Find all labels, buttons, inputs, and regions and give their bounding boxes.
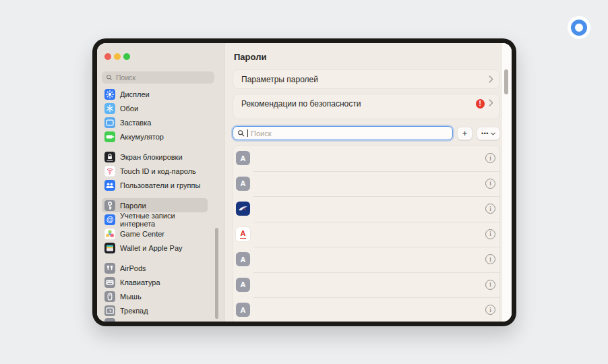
sidebar-item-lock-screen[interactable]: Экран блокировки xyxy=(102,150,208,164)
sidebar-item-passwords[interactable]: Пароли xyxy=(102,198,208,212)
sidebar-item-label: Touch ID и код-пароль xyxy=(120,167,196,175)
at-icon: @ xyxy=(104,214,115,225)
password-options-row[interactable]: Параметры паролей xyxy=(233,69,500,89)
sidebar-item-label: Обои xyxy=(120,104,138,113)
search-icon xyxy=(106,74,113,81)
password-row[interactable]: A i xyxy=(233,146,499,171)
sidebar-group: Дисплеи Обои Заставка Аккумулятор xyxy=(102,87,208,144)
users-icon xyxy=(104,180,115,191)
info-icon[interactable]: i xyxy=(485,179,495,189)
sidebar-item-battery[interactable]: Аккумулятор xyxy=(102,129,208,144)
blue-ring-marker-icon xyxy=(571,20,587,36)
close-button[interactable] xyxy=(104,53,111,60)
main-scrollbar[interactable] xyxy=(504,69,508,94)
zoom-button[interactable] xyxy=(123,53,130,60)
mouse-icon xyxy=(104,291,115,302)
system-settings-window: Поиск Дисплеи Обои xyxy=(92,38,516,326)
scrollbar-track xyxy=(502,43,512,322)
info-icon[interactable]: i xyxy=(485,153,495,163)
info-icon[interactable]: i xyxy=(485,280,495,290)
chevron-down-icon xyxy=(491,132,495,135)
add-password-button[interactable]: + xyxy=(457,127,473,140)
keyboard-icon xyxy=(104,277,115,288)
sidebar-item-displays[interactable]: Дисплеи xyxy=(102,87,208,101)
passwords-search-input[interactable]: Поиск xyxy=(233,126,453,140)
sidebar-item-airpods[interactable]: AirPods xyxy=(102,261,208,275)
sidebar-search-input[interactable]: Поиск xyxy=(102,71,214,84)
sidebar-group: Пароли @ Учетные записи интернета Game C… xyxy=(102,198,208,255)
sidebar-item-mouse[interactable]: Мышь xyxy=(102,289,208,303)
info-icon[interactable]: i xyxy=(485,229,495,239)
sidebar-scrollbar[interactable] xyxy=(215,228,218,319)
search-placeholder: Поиск xyxy=(251,129,271,138)
screensaver-icon xyxy=(104,117,115,128)
security-recommendations-row[interactable]: Рекомендации по безопасности ! xyxy=(233,94,500,119)
sidebar-item-touch-id[interactable]: Touch ID и код-пароль xyxy=(102,164,208,178)
sidebar-item-label: Клавиатура xyxy=(120,278,160,286)
sidebar-item-label: Wallet и Apple Pay xyxy=(120,244,183,252)
info-icon[interactable]: i xyxy=(485,305,495,315)
sidebar-item-trackpad[interactable]: Трекпад xyxy=(102,303,208,317)
ellipsis-icon: ••• xyxy=(481,131,489,137)
more-options-button[interactable]: ••• xyxy=(477,127,500,140)
letter-avatar: A xyxy=(236,303,250,317)
sidebar-item-label: Дисплеи xyxy=(120,90,150,98)
password-row[interactable]: A i xyxy=(233,297,499,322)
letter-avatar: A xyxy=(236,177,250,191)
sidebar-group: Экран блокировки Touch ID и код-пароль П… xyxy=(102,150,208,192)
sidebar-item-wallpaper[interactable]: Обои xyxy=(102,101,208,115)
password-row[interactable]: i xyxy=(233,196,499,222)
sidebar-item-internet-accounts[interactable]: @ Учетные записи интернета xyxy=(102,212,208,226)
minimize-button[interactable] xyxy=(114,53,121,60)
game-center-icon xyxy=(104,229,115,239)
traffic-lights xyxy=(104,53,130,60)
sidebar-item-wallet[interactable]: Wallet и Apple Pay xyxy=(102,241,208,255)
main-panel: Пароли Параметры паролей Рекомендации по… xyxy=(224,43,512,322)
page-title: Пароли xyxy=(234,52,266,62)
chevron-right-icon xyxy=(489,99,493,107)
sidebar-group: AirPods Клавиатура Мышь Трекпад xyxy=(102,261,208,317)
info-icon[interactable]: i xyxy=(485,254,495,264)
passwords-list: A i A i i A i A xyxy=(233,145,500,322)
search-icon xyxy=(237,129,245,137)
key-icon xyxy=(104,200,115,211)
password-row[interactable]: A i xyxy=(233,171,499,197)
sidebar-item-game-center[interactable]: Game Center xyxy=(102,226,208,241)
password-row[interactable]: A i xyxy=(233,272,499,298)
sidebar-item-users-groups[interactable]: Пользователи и группы xyxy=(102,178,208,192)
sidebar: Поиск Дисплеи Обои xyxy=(97,43,224,322)
touch-id-icon xyxy=(104,166,115,177)
password-row[interactable]: A i xyxy=(233,247,499,272)
sidebar-item-label: Учетные записи интернета xyxy=(120,212,205,228)
sidebar-list: Дисплеи Обои Заставка Аккумулятор xyxy=(102,87,208,317)
letter-avatar: A xyxy=(236,151,250,165)
info-icon[interactable]: i xyxy=(485,204,495,214)
airpods-icon xyxy=(104,263,115,274)
logo-letter: A xyxy=(240,230,246,239)
sidebar-item-label: Экран блокировки xyxy=(120,153,183,161)
desktop: Поиск Дисплеи Обои xyxy=(0,0,608,364)
display-icon xyxy=(104,89,115,100)
sidebar-search-placeholder: Поиск xyxy=(116,73,135,82)
sidebar-item-label: Game Center xyxy=(120,230,164,238)
wallet-icon xyxy=(104,243,115,253)
window-content: Поиск Дисплеи Обои xyxy=(97,43,512,322)
sidebar-item-screensaver[interactable]: Заставка xyxy=(102,115,208,129)
sidebar-item-label: Заставка xyxy=(120,119,151,127)
text-cursor xyxy=(247,129,248,137)
sidebar-item-label: Мышь xyxy=(120,293,142,301)
sidebar-item-label: AirPods xyxy=(120,264,146,272)
battery-icon xyxy=(104,131,115,142)
password-row[interactable]: A i xyxy=(233,222,499,247)
blue-airline-logo-icon xyxy=(236,202,250,216)
red-letter-a-logo-icon: A xyxy=(236,227,250,241)
chevron-right-icon xyxy=(489,75,493,83)
sidebar-item-label: Трекпад xyxy=(120,307,148,315)
row-label: Параметры паролей xyxy=(241,75,318,84)
letter-avatar: A xyxy=(236,278,250,292)
at-glyph: @ xyxy=(107,216,114,223)
sidebar-item-label: Пароли xyxy=(120,202,146,210)
sidebar-item-keyboard[interactable]: Клавиатура xyxy=(102,275,208,289)
sidebar-item-label: Пользователи и группы xyxy=(120,181,200,189)
alert-badge-icon: ! xyxy=(476,99,485,109)
